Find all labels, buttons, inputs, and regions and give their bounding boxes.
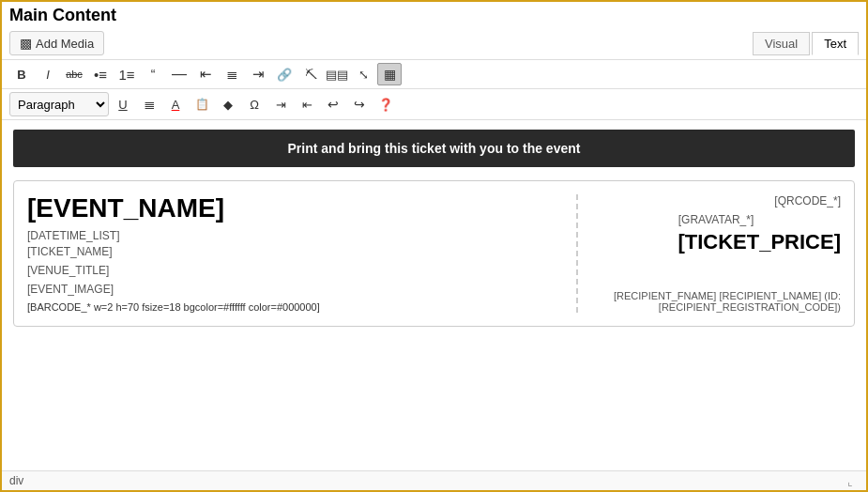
resize-handle[interactable]: ⌞ [847, 475, 859, 486]
ticket-left: [EVENT_NAME] [DATETIME_LIST] [TICKET_NAM… [27, 194, 578, 313]
paste-text-button[interactable]: 📋 [190, 93, 214, 115]
datetime-list: [DATETIME_LIST] [27, 229, 563, 242]
ticket-right: [QRCODE_*] [GRAVATAR_*] [TICKET_PRICE] [… [578, 194, 841, 313]
indent-button[interactable]: ⇥ [268, 93, 293, 115]
align-left-button[interactable]: ⇤ [193, 63, 218, 85]
help-button[interactable]: ❓ [373, 93, 398, 115]
fullscreen-button[interactable]: ⤡ [351, 63, 375, 85]
ticket-price: [TICKET_PRICE] [591, 230, 841, 254]
toolbar-row-2: Paragraph Heading 1 Heading 2 Heading 3 … [2, 89, 866, 120]
clear-format-button[interactable]: ◆ [216, 93, 240, 115]
status-bar: div ⌞ [2, 470, 866, 490]
special-char-button[interactable]: Ω [242, 93, 266, 115]
hr-button[interactable]: — [167, 63, 191, 85]
event-image: [EVENT_IMAGE] [27, 283, 563, 296]
italic-button[interactable]: I [36, 63, 60, 85]
table-button[interactable]: ▦ [377, 63, 402, 85]
main-content-title: Main Content [2, 2, 866, 27]
ticket-preview: [EVENT_NAME] [DATETIME_LIST] [TICKET_NAM… [13, 180, 855, 327]
editor-body[interactable]: Print and bring this ticket with you to … [2, 120, 866, 470]
blockquote-button[interactable]: “ [141, 63, 165, 85]
tab-visual[interactable]: Visual [753, 32, 810, 55]
visual-text-tabs: Visual Text [753, 32, 859, 55]
event-name: [EVENT_NAME] [27, 194, 563, 223]
bold-button[interactable]: B [9, 63, 34, 85]
add-media-button[interactable]: ▩ Add Media [9, 31, 104, 55]
underline-button[interactable]: U [111, 93, 135, 115]
ticket-banner: Print and bring this ticket with you to … [13, 130, 855, 167]
barcode-text: [BARCODE_* w=2 h=70 fsize=18 bgcolor=#ff… [27, 301, 563, 313]
gravatar: [GRAVATAR_*] [591, 213, 841, 226]
align-right-button[interactable]: ⇥ [246, 63, 270, 85]
justify-button[interactable]: ≣ [137, 93, 161, 115]
ticket-name: [TICKET_NAME] [27, 245, 563, 258]
redo-button[interactable]: ↪ [347, 93, 372, 115]
editor-container: Main Content ▩ Add Media Visual Text B I… [0, 0, 868, 492]
unordered-list-button[interactable]: •≡ [88, 63, 113, 85]
qrcode: [QRCODE_*] [591, 194, 841, 208]
insert-button[interactable]: ▤▤ [325, 63, 349, 85]
text-color-button[interactable]: A [163, 93, 188, 115]
tab-text[interactable]: Text [812, 32, 859, 55]
ordered-list-button[interactable]: 1≡ [114, 63, 139, 85]
link-button[interactable]: 🔗 [272, 63, 297, 85]
add-media-icon: ▩ [20, 36, 32, 51]
outdent-button[interactable]: ⇤ [295, 93, 319, 115]
undo-button[interactable]: ↩ [321, 93, 345, 115]
recipient-info: [RECIPIENT_FNAME] [RECIPIENT_LNAME] (ID:… [591, 290, 841, 313]
add-media-bar: ▩ Add Media Visual Text [2, 27, 866, 60]
align-center-button[interactable]: ≣ [220, 63, 244, 85]
format-select[interactable]: Paragraph Heading 1 Heading 2 Heading 3 … [9, 92, 109, 116]
unlink-button[interactable]: ⛏ [298, 63, 323, 85]
toolbar-row-1: B I abc •≡ 1≡ “ — ⇤ ≣ ⇥ 🔗 ⛏ ▤▤ ⤡ ▦ [2, 60, 866, 89]
add-media-label: Add Media [36, 37, 94, 51]
strikethrough-button[interactable]: abc [62, 63, 86, 85]
element-indicator: div [9, 474, 23, 487]
venue-title: [VENUE_TITLE] [27, 264, 563, 277]
